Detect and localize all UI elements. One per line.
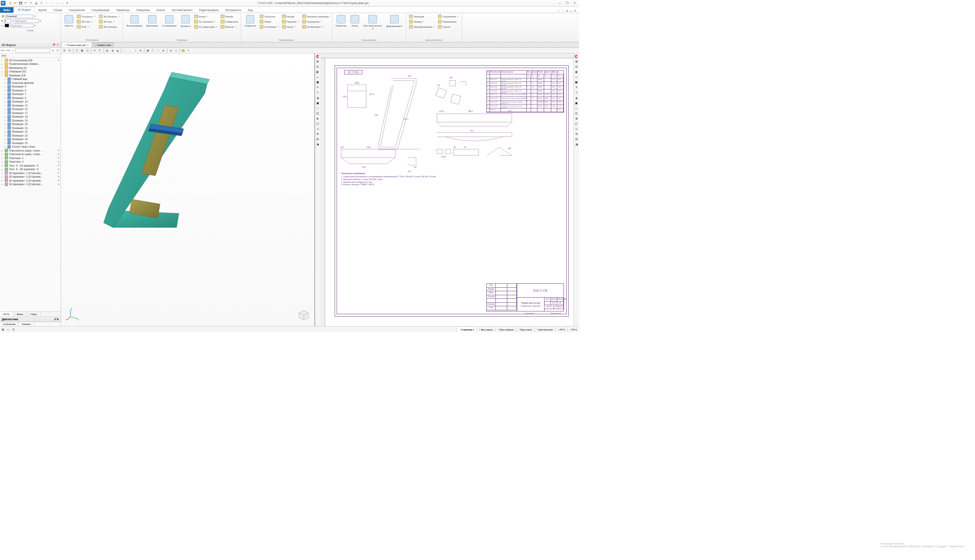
lineweight-icon[interactable]: ≡: [2, 19, 3, 22]
status-icon-1[interactable]: ▦: [1, 327, 5, 332]
help-icon[interactable]: ⬚: [557, 9, 560, 13]
cmd-Булева[interactable]: Булева ▾: [179, 14, 192, 28]
side-btn[interactable]: ⊞: [315, 59, 320, 64]
cmd-Листовой металл[interactable]: Листовой металл ▾: [362, 14, 384, 31]
cmd-Отверстие[interactable]: Отверстие: [243, 14, 257, 28]
side-btn[interactable]: ▢: [574, 121, 579, 126]
cmd-Сглаживание[interactable]: Сглаживание: [161, 14, 178, 28]
side-btn[interactable]: ⊹: [574, 90, 579, 95]
side-btn[interactable]: ⊟: [315, 137, 320, 142]
vtb-btn[interactable]: ◫: [75, 48, 80, 53]
side-btn[interactable]: ⊕: [574, 116, 579, 121]
tree-node[interactable]: ▸Проекция_23: [0, 133, 60, 137]
side-btn[interactable]: ✎: [574, 85, 579, 90]
close-panel-icon[interactable]: ✕: [57, 43, 59, 46]
tree-node[interactable]: ▸Проекция_18: [0, 115, 60, 119]
tree-node[interactable]: ▸Операции [22]: [0, 70, 60, 74]
settings-icon[interactable]: ❔: [562, 9, 565, 13]
vtb-btn[interactable]: ■: [161, 48, 166, 53]
tree-node[interactable]: ▸Пластина_4👁: [0, 160, 60, 164]
side-btn[interactable]: ◈: [574, 95, 579, 100]
material-input[interactable]: [15, 19, 38, 23]
cmd-Переменные[interactable]: Переменные: [437, 19, 459, 24]
cmd-Копия[interactable]: Копия▾: [193, 14, 218, 19]
side-btn[interactable]: ⊞: [574, 59, 579, 64]
page-tab[interactable]: ▫Вид слева: [516, 327, 534, 332]
tree-node[interactable]: ▸Проекция_7: [0, 92, 60, 96]
vtb-btn[interactable]: ◈: [168, 48, 173, 53]
cmd-Плоскость[interactable]: Плоскость▾: [76, 14, 97, 19]
side-btn[interactable]: ⟲: [574, 132, 579, 137]
side-btn[interactable]: ◐: [315, 70, 320, 74]
side-btn[interactable]: ◫: [574, 111, 579, 116]
ribbon-tab-7[interactable]: Измерение: [133, 7, 153, 13]
status-icon-3[interactable]: ☰: [11, 327, 16, 332]
side-btn[interactable]: ◑: [574, 142, 579, 147]
close-button[interactable]: ✕: [571, 2, 577, 5]
side-btn[interactable]: ⊡: [574, 65, 579, 69]
side-btn[interactable]: 🧲: [315, 54, 320, 59]
side-btn[interactable]: ◑: [315, 142, 320, 147]
side-btn[interactable]: —: [574, 75, 579, 80]
side-btn[interactable]: ▦: [574, 80, 579, 85]
qat-q1[interactable]: ▫: [44, 1, 49, 6]
doc-tab[interactable]: ▫ Приветствие: [93, 42, 114, 47]
cmd-Уклон[interactable]: Уклон▾: [281, 25, 300, 29]
cmd-Чертить[interactable]: Чертить: [63, 14, 74, 28]
more-icon[interactable]: ⏷: [574, 9, 577, 13]
vtb-btn[interactable]: ⊡: [85, 48, 90, 53]
cmd-Резьба[interactable]: Резьба: [281, 14, 300, 19]
tree-node[interactable]: ▸Пластина_2👁: [0, 156, 60, 160]
tree-node[interactable]: ▸Проекция_20: [0, 122, 60, 126]
vtb-btn[interactable]: ⊕: [138, 48, 143, 53]
tree-node[interactable]: ▸Тело_5 - 3D фрагмент_5👁: [0, 163, 60, 167]
tree-node[interactable]: ▸3D фрагмент_4 (D:\Артем\...👁: [0, 182, 60, 186]
vtb-btn[interactable]: □: [156, 48, 161, 53]
ribbon-tab-0[interactable]: Файл: [0, 7, 13, 13]
cmd-Симметрия[interactable]: Симметрия: [220, 19, 239, 24]
tree-node[interactable]: ▾Проекции [19]: [0, 73, 60, 77]
pin-icon[interactable]: ▭: [570, 9, 573, 13]
tree-node[interactable]: ▸Пластина из оцинк. стали ...👁: [0, 152, 60, 156]
ribbon-tab-6[interactable]: Параметры: [113, 7, 133, 13]
vtb-btn[interactable]: ▣: [146, 48, 150, 53]
tree-node[interactable]: ▸Тело_8 - 3D фрагмент_8👁: [0, 167, 60, 171]
vtb-btn[interactable]: ◑: [110, 48, 115, 53]
page-tab[interactable]: ▫РП 6: [567, 327, 579, 332]
tree-node[interactable]: ▸3D фрагмент_1 (D:\Артем\...👁: [0, 171, 60, 175]
doc-tab[interactable]: ▫* Сборка рамы.grb ✕: [61, 42, 92, 47]
diag-tab[interactable]: Сообщение: [0, 322, 19, 326]
tree-node[interactable]: ▸Пластина верхняя: [0, 81, 60, 85]
vtb-btn[interactable]: ▦: [80, 48, 85, 53]
layer-select[interactable]: [5, 15, 33, 18]
tree-node[interactable]: ▸3D фрагмент_2 (D:\Артем\...👁: [0, 175, 60, 179]
cmd-Преобразование[interactable]: Преобразование▾: [408, 25, 435, 29]
tree-node[interactable]: ▸Геометрические элемен...: [0, 62, 60, 66]
side-btn[interactable]: ◐: [574, 70, 579, 74]
ribbon-tab-12[interactable]: Вид: [245, 7, 256, 13]
side-btn[interactable]: ◇: [574, 126, 579, 131]
tree-node[interactable]: ▸Проекция_24: [0, 137, 60, 141]
cmd-Оболочка[interactable]: Оболочка: [259, 14, 280, 19]
maximize-button[interactable]: ❐: [564, 2, 569, 5]
cmd-3D Путь[interactable]: 3D Путь▾: [98, 19, 121, 24]
qat-q5[interactable]: ▾: [65, 1, 70, 6]
cmd-Грани[interactable]: Грани: [349, 14, 361, 28]
collapse-ribbon-icon[interactable]: ⚙: [566, 9, 568, 13]
tree-node[interactable]: ▸Проекция_6: [0, 88, 60, 92]
side-btn[interactable]: ⟲: [315, 132, 320, 137]
tree-node[interactable]: ▸3D фрагмент_3 (D:\Артем\...👁: [0, 178, 60, 182]
qat-open[interactable]: 📂: [13, 1, 18, 6]
qat-q4[interactable]: ▫: [60, 1, 65, 6]
side-btn[interactable]: ⊟: [574, 137, 579, 142]
cmd-Отсечение[interactable]: Отсечение▾: [259, 25, 280, 29]
ribbon-tab-10[interactable]: Редактирование: [196, 7, 222, 13]
side-btn[interactable]: ▢: [315, 121, 320, 126]
side-btn[interactable]: ⊡: [315, 65, 320, 69]
vtb-btn[interactable]: ⟳: [97, 48, 102, 53]
ribbon-tab-11[interactable]: Инструменты: [222, 7, 244, 13]
side-btn[interactable]: ⬚: [315, 106, 320, 110]
cmd-По сечениям[interactable]: По сечениям▾: [193, 19, 218, 24]
tree-search[interactable]: [15, 49, 50, 53]
diag-tab[interactable]: Элемент: [19, 322, 34, 326]
